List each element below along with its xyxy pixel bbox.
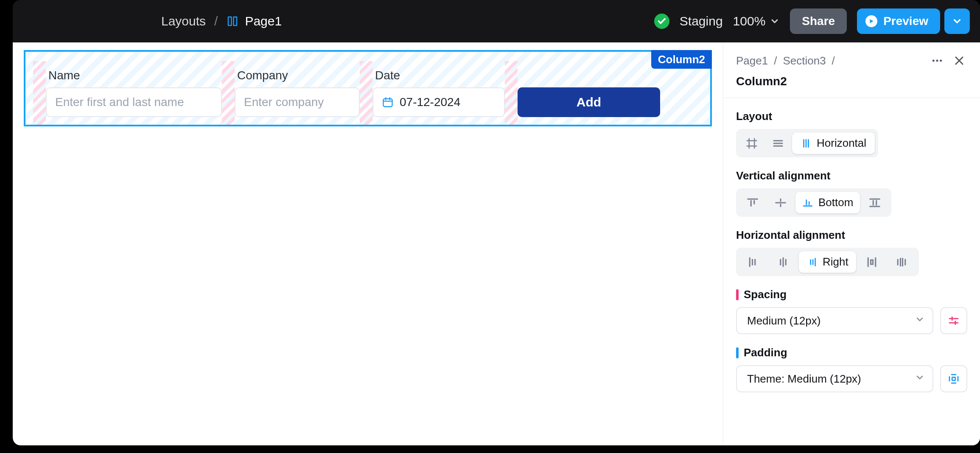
form-row: Name Enter first and last name Company E… (25, 52, 710, 125)
padding-settings-button[interactable] (940, 365, 967, 392)
section-spacing: Spacing Medium (12px) (736, 288, 967, 334)
justify-around-icon (895, 256, 908, 268)
align-bottom-icon (802, 197, 813, 208)
option-label: Right (823, 255, 848, 268)
option-label: Horizontal (817, 137, 866, 150)
section-padding: Padding Theme: Medium (12px) (736, 346, 967, 392)
panel-breadcrumbs: Page1 / Section3 / (736, 53, 967, 69)
preview-button-group: Preview (857, 8, 970, 34)
justify-between-icon (865, 256, 878, 268)
align-middle-icon (774, 196, 787, 209)
svg-marker-0 (870, 19, 874, 23)
section-heading-row: Spacing (736, 288, 967, 301)
spacing-value: Medium (12px) (747, 314, 820, 327)
svg-rect-1 (384, 99, 392, 107)
topbar: Layouts / Page1 Staging 100% Share (13, 0, 980, 42)
layout-options: Horizontal (736, 129, 878, 157)
chevron-down-icon (952, 16, 963, 27)
zoom-value: 100% (733, 14, 766, 28)
preview-button-label: Preview (883, 14, 928, 28)
share-button-label: Share (802, 14, 835, 28)
section-heading: Horizontal alignment (736, 229, 967, 242)
section-heading: Vertical alignment (736, 169, 967, 182)
sliders-icon (947, 314, 960, 327)
justify-left-icon (747, 256, 760, 268)
input-placeholder: Enter company (244, 95, 324, 109)
topbar-right: Staging 100% Share Preview (654, 8, 970, 34)
valign-options: Bottom (736, 188, 891, 217)
layout-vertical-option[interactable] (766, 133, 790, 154)
chevron-down-icon (915, 314, 925, 327)
date-input[interactable]: 07-12-2024 (372, 87, 505, 117)
pink-indicator (736, 289, 739, 300)
grid-frame-icon (745, 137, 758, 150)
justify-center-icon (777, 256, 790, 268)
field-name: Name Enter first and last name (46, 69, 222, 117)
name-input[interactable]: Enter first and last name (46, 87, 222, 117)
svg-point-7 (940, 60, 942, 62)
company-input[interactable]: Enter company (235, 87, 360, 117)
environment-label[interactable]: Staging (680, 14, 723, 28)
section-heading: Spacing (744, 288, 787, 301)
spacing-settings-button[interactable] (940, 307, 967, 334)
field-add: Add (518, 87, 660, 117)
chevron-down-icon (770, 16, 780, 26)
inspector-panel: Page1 / Section3 / Column2 Layout (723, 42, 980, 445)
close-icon[interactable] (951, 53, 967, 69)
svg-rect-44 (871, 260, 873, 264)
section-heading: Padding (744, 346, 787, 359)
panel-crumb[interactable]: Section3 (783, 54, 826, 67)
svg-rect-53 (952, 377, 955, 380)
date-value: 07-12-2024 (400, 95, 460, 109)
add-button[interactable]: Add (518, 87, 660, 117)
breadcrumb-page[interactable]: Page1 (226, 14, 282, 28)
option-label: Bottom (818, 196, 853, 209)
section-heading-row: Padding (736, 346, 967, 359)
canvas-selection[interactable]: Column2 Name Enter first and last name C… (24, 50, 712, 126)
layout-grid-option[interactable] (739, 133, 764, 154)
panel-crumb[interactable]: Page1 (736, 54, 768, 67)
field-label: Date (375, 69, 505, 82)
section-valign: Vertical alignment Bottom (736, 169, 967, 217)
chevron-down-icon (915, 372, 925, 386)
panel-title: Column2 (736, 75, 967, 88)
breadcrumb-root[interactable]: Layouts (161, 14, 206, 28)
main-area: Column2 Name Enter first and last name C… (13, 42, 980, 445)
spacing-select[interactable]: Medium (12px) (736, 307, 933, 334)
share-button[interactable]: Share (790, 8, 847, 34)
layout-horizontal-option[interactable]: Horizontal (792, 132, 875, 154)
field-label: Company (237, 69, 360, 82)
preview-button[interactable]: Preview (857, 8, 940, 34)
valign-middle-option[interactable] (767, 192, 794, 213)
valign-stretch-option[interactable] (862, 192, 888, 213)
zoom-control[interactable]: 100% (733, 14, 780, 28)
preview-dropdown-button[interactable] (944, 8, 970, 34)
halign-center-option[interactable] (769, 252, 797, 273)
valign-bottom-option[interactable]: Bottom (795, 192, 860, 213)
halign-options: Right (736, 248, 919, 276)
page-icon (226, 15, 239, 28)
section-layout: Layout Horizontal (736, 110, 967, 157)
halign-right-option[interactable]: Right (799, 251, 856, 273)
field-label: Name (48, 69, 222, 82)
status-ok-icon (654, 14, 669, 29)
valign-top-option[interactable] (739, 192, 766, 213)
columns-icon (801, 138, 812, 149)
breadcrumb-sep: / (214, 14, 218, 28)
field-date: Date 07-12-2024 (372, 69, 505, 117)
padding-select[interactable]: Theme: Medium (12px) (736, 365, 933, 392)
svg-point-6 (936, 60, 938, 62)
halign-space-around-option[interactable] (888, 252, 916, 273)
halign-left-option[interactable] (739, 252, 767, 273)
section-heading: Layout (736, 110, 967, 123)
breadcrumb-page-label: Page1 (245, 14, 282, 28)
more-icon[interactable] (929, 53, 945, 69)
app-window: Layouts / Page1 Staging 100% Share (13, 0, 980, 445)
breadcrumb-sep: / (832, 54, 835, 67)
halign-space-between-option[interactable] (858, 252, 886, 273)
breadcrumb-sep: / (774, 54, 777, 67)
section-halign: Horizontal alignment Right (736, 229, 967, 276)
padding-value: Theme: Medium (12px) (747, 372, 861, 386)
input-placeholder: Enter first and last name (55, 95, 184, 109)
calendar-icon (382, 96, 394, 108)
